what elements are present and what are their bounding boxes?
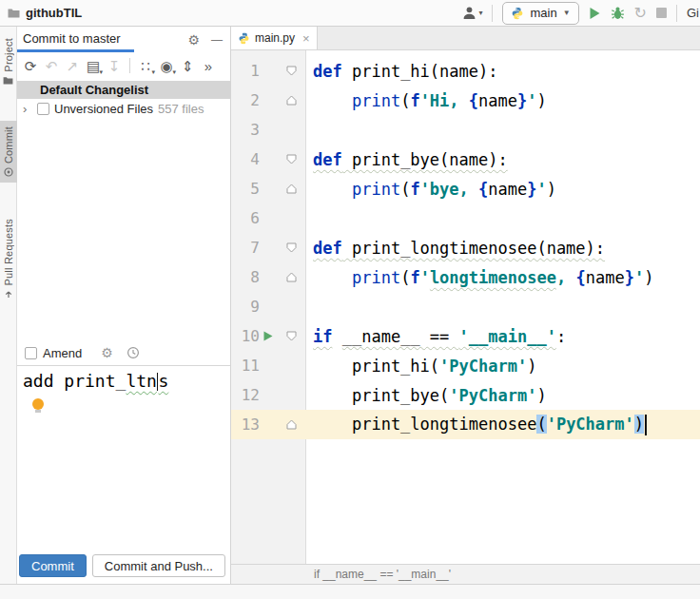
commit-options-gear-icon[interactable]: ⚙: [101, 345, 113, 360]
unversioned-files-row[interactable]: › Unversioned Files 557 files: [17, 99, 230, 118]
rerun-coverage-icon: ↻: [634, 6, 647, 21]
tab-main-py[interactable]: main.py ×: [231, 27, 318, 49]
commit-message-input[interactable]: add print_ltns: [17, 365, 230, 551]
code-text: print_bye('PyCharm'): [305, 386, 700, 405]
rollback-icon: ↶: [42, 59, 61, 73]
code-line-10[interactable]: 10if __name__ == '__main__':: [231, 321, 700, 351]
project-folder-icon: [8, 8, 20, 18]
code-line-12[interactable]: 12 print_bye('PyCharm'): [231, 380, 700, 410]
code-line-1[interactable]: 1def print_hi(name):: [231, 56, 700, 86]
editor-caret: [645, 415, 647, 435]
changelist-row[interactable]: Default Changelist: [17, 81, 230, 99]
run-button[interactable]: [589, 7, 601, 20]
changelist-label: Default Changelist: [40, 83, 148, 97]
line-number: 2: [231, 91, 260, 109]
code-text: print(f'bye, {name}'): [305, 180, 700, 199]
run-line-icon[interactable]: [263, 331, 273, 341]
chevron-down-icon: ▾: [99, 68, 103, 75]
code-line-3[interactable]: 3: [231, 115, 700, 145]
fold-start-icon[interactable]: [286, 66, 297, 76]
chevron-down-icon: ▾: [172, 68, 176, 75]
code-text: print_longtimenosee('PyCharm'): [305, 415, 700, 435]
stop-button: [656, 8, 667, 18]
breadcrumb: if __name__ == '__main__': [231, 564, 700, 584]
tab-close-icon[interactable]: ×: [302, 31, 310, 46]
line-number: 6: [231, 209, 260, 227]
code-line-8[interactable]: 8 print(f'longtimenosee, {name}'): [231, 262, 700, 292]
pycharm-window: githubTIL ▾ main ▼: [0, 0, 700, 599]
line-number: 5: [231, 180, 260, 198]
project-stripe-label: Project: [3, 38, 14, 72]
code-line-4[interactable]: 4def print_bye(name):: [231, 145, 700, 174]
code-line-9[interactable]: 9: [231, 292, 700, 321]
breadcrumb-item[interactable]: if __name__ == '__main__': [314, 568, 451, 581]
expand-chevron-icon[interactable]: ›: [23, 102, 32, 116]
code-line-13[interactable]: 13 print_longtimenosee('PyCharm'): [231, 410, 700, 439]
user-account-button[interactable]: ▾: [462, 6, 482, 20]
folder-icon: [3, 76, 13, 85]
panel-minimize-icon[interactable]: —: [211, 34, 223, 46]
code-text: if __name__ == '__main__':: [305, 327, 700, 346]
commit-icon: [4, 167, 13, 177]
fold-start-icon[interactable]: [286, 331, 297, 341]
shelve-icon: ↧: [105, 59, 124, 73]
fold-start-icon[interactable]: [286, 154, 297, 164]
fold-start-icon[interactable]: [286, 242, 297, 253]
line-number: 9: [231, 298, 260, 316]
git-menu-label: Gi: [687, 6, 700, 20]
code-text: print(f'longtimenosee, {name}'): [305, 268, 700, 287]
debug-button[interactable]: [611, 6, 625, 20]
line-number: 13: [231, 415, 260, 434]
code-text: def print_bye(name):: [305, 150, 700, 169]
expand-collapse-icon[interactable]: ⇕: [178, 59, 197, 73]
commit-tool-window: Commit to master ⚙ — ⟳↶↗▤▾↧∷▾◉▾⇕» Defaul…: [17, 27, 231, 584]
line-number: 7: [231, 239, 260, 257]
fold-end-icon[interactable]: [286, 184, 297, 194]
group-by-icon[interactable]: ∷▾: [136, 59, 155, 73]
more-icon[interactable]: »: [199, 59, 218, 73]
code-line-7[interactable]: 7def print_longtimenosee(name):: [231, 233, 700, 262]
run-configuration-select[interactable]: main ▼: [502, 2, 578, 25]
line-number: 10: [231, 327, 260, 345]
changelist-icon[interactable]: ▤▾: [84, 59, 103, 73]
code-text: print_hi('PyCharm'): [305, 357, 700, 376]
panel-settings-gear-icon[interactable]: ⚙: [187, 33, 200, 47]
tool-window-stripe: Project Commit Pull Requests: [0, 27, 17, 584]
changes-tree-empty-space: [17, 118, 230, 340]
project-name: githubTIL: [26, 6, 82, 20]
chevron-down-icon: ▾: [478, 9, 482, 17]
sidebar-item-pull-requests[interactable]: Pull Requests: [0, 213, 17, 304]
sidebar-item-commit[interactable]: Commit: [0, 121, 17, 183]
intention-bulb-icon[interactable]: [32, 398, 44, 410]
unversioned-files-label: Unversioned Files: [54, 102, 153, 116]
code-line-5[interactable]: 5 print(f'bye, {name}'): [231, 174, 700, 203]
show-options-icon[interactable]: ◉▾: [157, 59, 176, 73]
fold-end-icon[interactable]: [286, 272, 297, 282]
code-line-6[interactable]: 6: [231, 203, 700, 233]
fold-end-icon[interactable]: [286, 419, 297, 430]
code-text: def print_hi(name):: [305, 62, 700, 81]
code-line-2[interactable]: 2 print(f'Hi, {name}'): [231, 86, 700, 115]
amend-checkbox[interactable]: [25, 347, 37, 359]
commit-panel-title[interactable]: Commit to master: [17, 27, 134, 52]
divider: [492, 5, 493, 22]
commit-panel-header: Commit to master ⚙ —: [17, 27, 230, 52]
code-line-11[interactable]: 11 print_hi('PyCharm'): [231, 351, 700, 380]
unversioned-files-checkbox[interactable]: [37, 103, 49, 115]
commit-panel-toolbar: ⟳↶↗▤▾↧∷▾◉▾⇕»: [17, 52, 230, 79]
fold-end-icon[interactable]: [286, 95, 297, 106]
commit-history-clock-icon[interactable]: [126, 346, 140, 359]
run-configuration-label: main: [530, 6, 556, 20]
line-number: 1: [231, 62, 260, 80]
refresh-icon[interactable]: ⟳: [21, 59, 40, 73]
combo-arrow-icon: ▼: [563, 9, 571, 17]
code-text: def print_longtimenosee(name):: [305, 239, 700, 258]
code-editor[interactable]: 1def print_hi(name):2 print(f'Hi, {name}…: [231, 50, 700, 564]
sidebar-item-project[interactable]: Project: [0, 32, 17, 90]
divider: [676, 5, 677, 22]
commit-button[interactable]: Commit: [19, 554, 87, 577]
commit-and-push-button[interactable]: Commit and Push...: [92, 554, 225, 577]
line-number: 12: [231, 386, 260, 404]
amend-row: Amend ⚙: [17, 340, 230, 365]
amend-label: Amend: [43, 346, 82, 360]
